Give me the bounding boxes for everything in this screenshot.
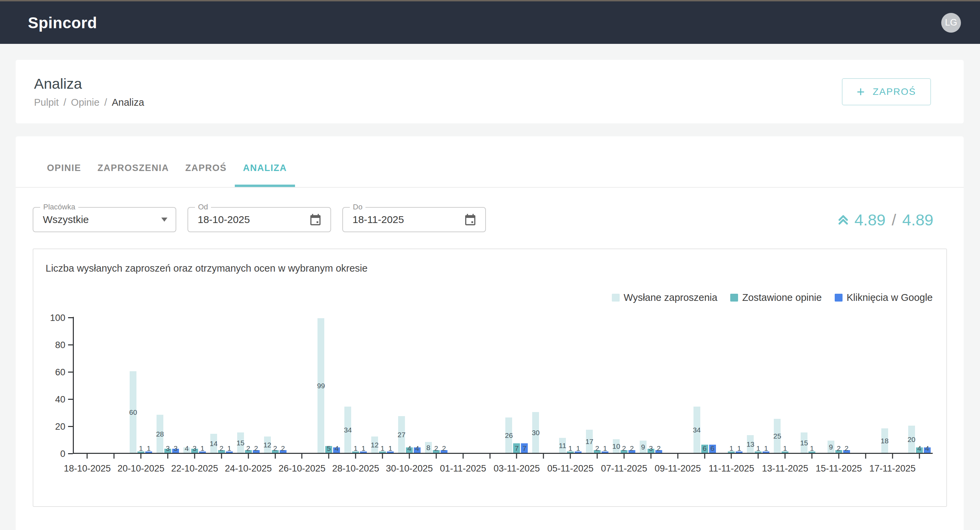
breadcrumb-analiza: Analiza xyxy=(112,97,144,108)
bar-value-label: 6 xyxy=(711,444,714,452)
bar-col: 7 xyxy=(513,317,520,453)
x-axis-label: 22-10-2025 xyxy=(171,463,218,474)
bar-col xyxy=(870,317,877,453)
bar-col xyxy=(548,317,555,453)
bar-value-label: 1 xyxy=(568,444,572,452)
bar-value-label: 1 xyxy=(388,444,392,452)
bar-col xyxy=(306,317,313,453)
bar-value-label: 60 xyxy=(129,408,137,416)
bar-col: 4 xyxy=(924,317,931,453)
bar-col: 2 xyxy=(628,317,635,453)
invite-button-label: ZAPROŚ xyxy=(873,86,916,97)
legend-item-kliknieciawgoogle[interactable]: Kliknięcia w Google xyxy=(835,292,933,303)
bar-col: 8 xyxy=(425,317,432,453)
avatar[interactable]: LG xyxy=(941,13,961,33)
date-to-field[interactable]: Do 18-11-2025 xyxy=(342,207,486,232)
rating-separator: / xyxy=(890,210,897,229)
caret-down-icon[interactable] xyxy=(161,217,167,222)
day-slot-08-11-2025: 932 xyxy=(637,317,664,453)
bar-group xyxy=(76,317,98,453)
bar-col xyxy=(854,317,861,453)
bar-value-label: 4 xyxy=(415,444,419,452)
tab-zapros[interactable]: ZAPROŚ xyxy=(177,136,235,187)
bar-col xyxy=(897,317,904,453)
bar-value-label: 2 xyxy=(434,444,438,452)
bar-col: 2 xyxy=(441,317,447,453)
bar-group: 1421 xyxy=(210,317,233,453)
x-axis-label: 20-10-2025 xyxy=(118,463,164,474)
bar-group: 1111 xyxy=(559,317,582,453)
bar-col: 3 xyxy=(648,317,654,453)
bar-col: 12 xyxy=(371,317,378,453)
breadcrumb-pulpit[interactable]: Pulpit xyxy=(34,97,59,108)
tab-zaproszenia[interactable]: ZAPROSZENIA xyxy=(89,136,177,187)
breadcrumb-separator: / xyxy=(64,97,66,108)
date-from-value: 18-10-2025 xyxy=(198,214,250,225)
plot-area: 18-10-2025601120-10-2025283343122-10-202… xyxy=(73,317,933,454)
day-slot-29-10-2025: 1211 xyxy=(369,317,396,453)
y-axis-label: 100 xyxy=(46,313,65,323)
bar-group: 11 xyxy=(720,317,743,453)
bar-group: 3466 xyxy=(694,317,716,453)
x-axis-label: 15-11-2025 xyxy=(816,463,862,474)
bar-value-label: 7 xyxy=(515,444,519,452)
bar-group: 1721 xyxy=(586,317,608,453)
bar-col: 2 xyxy=(594,317,601,453)
rating-current: 4.89 xyxy=(854,210,885,229)
bar-col: 2 xyxy=(433,317,440,453)
bar-group: 431 xyxy=(183,317,206,453)
bar-col: 6 xyxy=(701,317,708,453)
legend-item-zostawioneopinie[interactable]: Zostawione opinie xyxy=(730,292,822,303)
day-slot-14-11-2025: 151 xyxy=(799,317,826,453)
bar-col: 28 xyxy=(156,317,163,453)
bar-value-label: 2 xyxy=(442,444,446,452)
facility-select-value: Wszystkie xyxy=(43,214,89,225)
x-axis-label: 11-11-2025 xyxy=(708,463,754,474)
day-slot-19-10-2025 xyxy=(101,317,127,453)
bar-col: 2 xyxy=(272,317,279,453)
bar-group: 932 xyxy=(640,317,662,453)
bar-value-label: 14 xyxy=(210,440,218,448)
bar-col: 30 xyxy=(532,317,539,453)
legend-item-wysanezaproszenia[interactable]: Wysłane zaproszenia xyxy=(612,292,717,303)
bar-col xyxy=(92,317,98,453)
bar-group xyxy=(452,317,474,453)
x-axis-label: 09-11-2025 xyxy=(655,463,701,474)
bar-col: 1 xyxy=(601,317,608,453)
bar-col: 7 xyxy=(521,317,528,453)
day-slot-12-11-2025: 1311 xyxy=(745,317,772,453)
bar-value-label: 3 xyxy=(166,444,170,452)
calendar-icon[interactable] xyxy=(309,213,322,227)
bar-col: 1 xyxy=(755,317,762,453)
breadcrumb-opinie[interactable]: Opinie xyxy=(71,97,100,108)
legend-label: Wysłane zaproszenia xyxy=(624,292,717,303)
bar-value-label: 2 xyxy=(630,444,634,452)
bar-col: 9 xyxy=(827,317,834,453)
bar-value-label: 1 xyxy=(147,444,151,452)
calendar-icon[interactable] xyxy=(463,213,477,227)
invite-button[interactable]: + ZAPROŚ xyxy=(842,78,931,105)
bar-group: 2744 xyxy=(398,317,421,453)
page-header-card: Analiza Pulpit / Opinie / Analiza + ZAPR… xyxy=(16,60,964,124)
legend-swatch xyxy=(835,294,843,301)
bar-col: 1 xyxy=(199,317,206,453)
x-axis-label: 30-10-2025 xyxy=(386,463,433,474)
bar-col xyxy=(118,317,125,453)
bar-col: 1 xyxy=(145,317,152,453)
date-from-field[interactable]: Od 18-10-2025 xyxy=(188,207,331,232)
facility-select[interactable]: Placówka Wszystkie xyxy=(33,207,176,232)
day-slot-04-11-2025: 30 xyxy=(530,317,557,453)
y-axis-label: 0 xyxy=(46,449,65,459)
bar-col xyxy=(540,317,547,453)
bar-col: 6 xyxy=(709,317,716,453)
tab-analiza[interactable]: ANALIZA xyxy=(235,136,295,187)
tab-opinie[interactable]: OPINIE xyxy=(39,136,89,187)
brand-logo[interactable]: Spincord xyxy=(28,14,97,32)
bar-col xyxy=(460,317,466,453)
bar-value-label: 2 xyxy=(273,444,277,452)
bar-value-label: 2 xyxy=(254,444,258,452)
bar-value-label: 1 xyxy=(380,444,385,452)
bar-value-label: 1 xyxy=(576,444,580,452)
date-to-label: Do xyxy=(350,203,366,211)
bar-col: 2 xyxy=(843,317,850,453)
